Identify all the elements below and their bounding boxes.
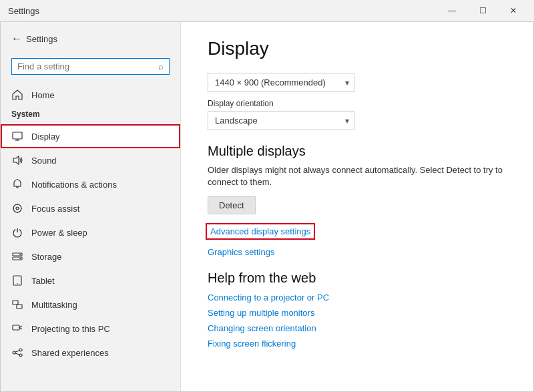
svg-point-22 (13, 351, 15, 354)
sidebar: ← Settings ⌕ Home System (1, 22, 181, 391)
svg-line-20 (19, 326, 22, 328)
home-icon (11, 89, 23, 101)
sound-icon (11, 154, 23, 166)
sidebar-item-label: Display (31, 132, 60, 142)
detect-button[interactable]: Detect (208, 196, 256, 214)
title-bar-title: Settings (8, 6, 39, 16)
sidebar-item-tablet[interactable]: Tablet (1, 268, 180, 292)
svg-point-5 (13, 204, 21, 212)
resolution-dropdown-container: 1440 × 900 (Recommended) ▾ (208, 73, 354, 92)
sidebar-item-label: Home (31, 90, 55, 100)
resolution-dropdown[interactable]: 1440 × 900 (Recommended) (208, 73, 354, 92)
multiple-displays-title: Multiple displays (208, 144, 507, 159)
svg-point-14 (19, 258, 21, 259)
help-link-projector[interactable]: Connecting to a projector or PC (208, 292, 507, 303)
orientation-label: Display orientation (208, 99, 507, 108)
title-bar-controls: — ☐ ✕ (437, 0, 529, 21)
sidebar-item-sound[interactable]: Sound (1, 148, 180, 172)
sidebar-item-multitasking[interactable]: Multitasking (1, 292, 180, 317)
sidebar-item-notifications[interactable]: Notifications & actions (1, 172, 180, 196)
tablet-icon (11, 274, 23, 286)
svg-point-23 (19, 349, 22, 351)
shared-icon (11, 347, 23, 359)
svg-point-6 (16, 207, 19, 210)
main-content: Display 1440 × 900 (Recommended) ▾ Displ… (181, 22, 533, 391)
svg-point-16 (17, 283, 18, 284)
back-button[interactable]: ← Settings (11, 30, 57, 47)
search-icon: ⌕ (158, 61, 164, 71)
sidebar-item-storage[interactable]: Storage (1, 244, 180, 268)
title-bar-left: Settings (5, 6, 437, 16)
projecting-icon (11, 323, 23, 335)
svg-line-21 (19, 328, 22, 330)
svg-marker-3 (13, 156, 19, 164)
help-title: Help from the web (208, 270, 507, 286)
sidebar-item-projecting[interactable]: Projecting to this PC (1, 317, 180, 341)
svg-line-25 (15, 351, 19, 352)
sidebar-item-label: Tablet (31, 276, 55, 286)
sidebar-item-label: Storage (31, 252, 62, 262)
title-bar: Settings — ☐ ✕ (0, 0, 534, 21)
help-link-orientation[interactable]: Changing screen orientation (208, 323, 507, 333)
sidebar-section-label: System (1, 107, 180, 124)
orientation-dropdown[interactable]: Landscape (208, 111, 354, 130)
sidebar-item-display[interactable]: Display (1, 124, 180, 148)
sidebar-item-label: Sound (31, 156, 57, 166)
svg-point-24 (19, 354, 22, 357)
graphics-settings-link[interactable]: Graphics settings (208, 247, 507, 257)
page-title: Display (208, 38, 507, 59)
back-arrow-icon: ← (11, 33, 22, 45)
sidebar-item-label: Focus assist (31, 204, 79, 214)
svg-point-13 (19, 254, 21, 255)
settings-title: Settings (26, 34, 57, 44)
sidebar-item-power[interactable]: Power & sleep (1, 220, 180, 244)
sidebar-top: ← Settings (1, 22, 180, 53)
advanced-display-settings-link[interactable]: Advanced display settings (208, 225, 313, 238)
multitasking-icon (11, 299, 23, 311)
maximize-button[interactable]: ☐ (467, 0, 498, 21)
svg-rect-17 (13, 301, 18, 305)
svg-rect-19 (13, 325, 19, 330)
svg-rect-0 (13, 132, 22, 139)
svg-line-26 (15, 353, 19, 355)
orientation-dropdown-container: Landscape ▾ (208, 111, 354, 130)
display-icon (11, 130, 23, 142)
multiple-displays-desc: Older displays might not always connect … (208, 164, 507, 188)
sidebar-item-label: Notifications & actions (31, 180, 117, 190)
storage-icon (11, 250, 23, 262)
close-button[interactable]: ✕ (498, 0, 529, 21)
focus-icon (11, 202, 23, 214)
search-box[interactable]: ⌕ (11, 58, 170, 75)
sidebar-item-label: Shared experiences (31, 348, 109, 358)
sidebar-item-focus[interactable]: Focus assist (1, 196, 180, 220)
sidebar-item-shared[interactable]: Shared experiences (1, 341, 180, 365)
sidebar-item-home[interactable]: Home (1, 83, 180, 107)
help-link-flickering[interactable]: Fixing screen flickering (208, 339, 507, 349)
search-input[interactable] (17, 61, 154, 71)
svg-rect-18 (17, 305, 22, 309)
notifications-icon (11, 178, 23, 190)
sidebar-item-label: Power & sleep (31, 228, 87, 238)
minimize-button[interactable]: — (437, 0, 467, 21)
power-icon (11, 226, 23, 238)
settings-window: ← Settings ⌕ Home System (0, 21, 534, 392)
help-link-monitors[interactable]: Setting up multiple monitors (208, 308, 507, 318)
sidebar-item-label: Multitasking (31, 300, 77, 310)
sidebar-item-label: Projecting to this PC (31, 324, 110, 334)
